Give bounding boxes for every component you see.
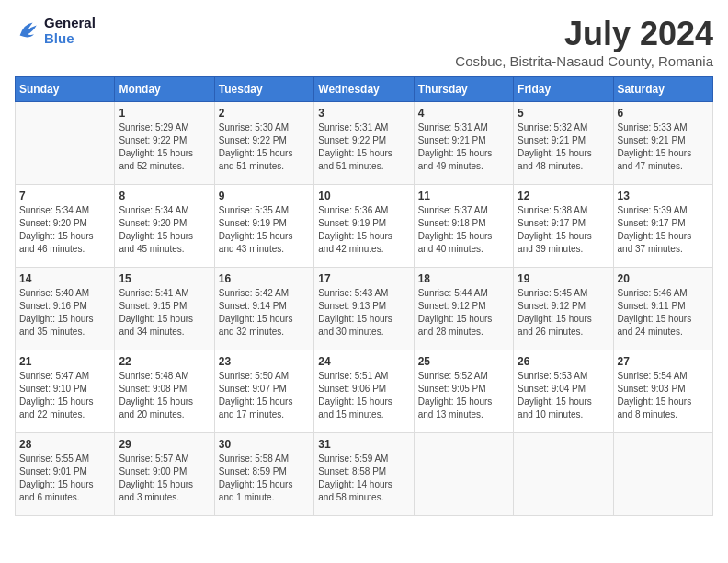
day-info: Sunrise: 5:36 AM Sunset: 9:19 PM Dayligh…	[318, 204, 409, 256]
day-number: 1	[119, 107, 210, 120]
calendar-cell: 19Sunrise: 5:45 AM Sunset: 9:12 PM Dayli…	[514, 268, 613, 350]
day-number: 24	[318, 355, 409, 368]
day-info: Sunrise: 5:53 AM Sunset: 9:04 PM Dayligh…	[518, 370, 609, 421]
header-thursday: Thursday	[414, 77, 513, 102]
day-number: 11	[418, 190, 509, 202]
calendar-cell: 27Sunrise: 5:54 AM Sunset: 9:03 PM Dayli…	[613, 350, 712, 433]
calendar-cell	[613, 433, 712, 516]
header-friday: Friday	[514, 77, 613, 102]
day-info: Sunrise: 5:50 AM Sunset: 9:07 PM Dayligh…	[219, 370, 310, 421]
calendar-cell: 16Sunrise: 5:42 AM Sunset: 9:14 PM Dayli…	[214, 268, 313, 350]
day-info: Sunrise: 5:39 AM Sunset: 9:17 PM Dayligh…	[618, 204, 709, 256]
calendar-cell: 28Sunrise: 5:55 AM Sunset: 9:01 PM Dayli…	[16, 433, 115, 516]
day-info: Sunrise: 5:44 AM Sunset: 9:12 PM Dayligh…	[418, 287, 509, 339]
day-number: 16	[219, 272, 310, 285]
day-info: Sunrise: 5:35 AM Sunset: 9:19 PM Dayligh…	[219, 204, 310, 256]
calendar-cell: 24Sunrise: 5:51 AM Sunset: 9:06 PM Dayli…	[314, 350, 414, 433]
calendar-cell: 14Sunrise: 5:40 AM Sunset: 9:16 PM Dayli…	[16, 268, 115, 350]
calendar-cell: 4Sunrise: 5:31 AM Sunset: 9:21 PM Daylig…	[414, 102, 513, 185]
calendar-week-2: 7Sunrise: 5:34 AM Sunset: 9:20 PM Daylig…	[16, 185, 713, 268]
header-sunday: Sunday	[16, 77, 115, 102]
day-info: Sunrise: 5:46 AM Sunset: 9:11 PM Dayligh…	[618, 287, 709, 339]
calendar-cell: 13Sunrise: 5:39 AM Sunset: 9:17 PM Dayli…	[613, 185, 712, 268]
calendar-cell	[16, 102, 115, 185]
day-number: 10	[318, 190, 409, 202]
header-monday: Monday	[115, 77, 214, 102]
calendar-cell: 6Sunrise: 5:33 AM Sunset: 9:21 PM Daylig…	[613, 102, 712, 185]
day-info: Sunrise: 5:48 AM Sunset: 9:08 PM Dayligh…	[119, 370, 210, 421]
day-number: 12	[518, 190, 609, 202]
calendar-cell: 8Sunrise: 5:34 AM Sunset: 9:20 PM Daylig…	[115, 185, 214, 268]
calendar-header-row: SundayMondayTuesdayWednesdayThursdayFrid…	[16, 77, 713, 102]
day-info: Sunrise: 5:34 AM Sunset: 9:20 PM Dayligh…	[19, 204, 110, 256]
calendar-cell: 29Sunrise: 5:57 AM Sunset: 9:00 PM Dayli…	[115, 433, 214, 516]
calendar-week-1: 1Sunrise: 5:29 AM Sunset: 9:22 PM Daylig…	[16, 102, 713, 185]
calendar-week-5: 28Sunrise: 5:55 AM Sunset: 9:01 PM Dayli…	[16, 433, 713, 516]
day-number: 6	[618, 107, 709, 120]
day-info: Sunrise: 5:54 AM Sunset: 9:03 PM Dayligh…	[618, 370, 709, 421]
day-number: 17	[318, 272, 409, 285]
calendar-cell: 10Sunrise: 5:36 AM Sunset: 9:19 PM Dayli…	[314, 185, 414, 268]
day-number: 21	[19, 355, 110, 368]
day-info: Sunrise: 5:33 AM Sunset: 9:21 PM Dayligh…	[618, 121, 709, 173]
day-info: Sunrise: 5:30 AM Sunset: 9:22 PM Dayligh…	[219, 121, 310, 173]
header-tuesday: Tuesday	[214, 77, 313, 102]
page-header: General Blue July 2024 Cosbuc, Bistrita-…	[15, 15, 713, 69]
calendar-cell: 20Sunrise: 5:46 AM Sunset: 9:11 PM Dayli…	[613, 268, 712, 350]
logo: General Blue	[15, 15, 96, 46]
calendar-cell: 17Sunrise: 5:43 AM Sunset: 9:13 PM Dayli…	[314, 268, 414, 350]
day-number: 2	[219, 107, 310, 120]
calendar-cell: 5Sunrise: 5:32 AM Sunset: 9:21 PM Daylig…	[514, 102, 613, 185]
header-wednesday: Wednesday	[314, 77, 414, 102]
day-info: Sunrise: 5:55 AM Sunset: 9:01 PM Dayligh…	[19, 453, 110, 504]
day-number: 25	[418, 355, 509, 368]
calendar-cell: 31Sunrise: 5:59 AM Sunset: 8:58 PM Dayli…	[314, 433, 414, 516]
day-info: Sunrise: 5:34 AM Sunset: 9:20 PM Dayligh…	[119, 204, 210, 256]
day-number: 8	[119, 190, 210, 202]
day-info: Sunrise: 5:31 AM Sunset: 9:22 PM Dayligh…	[318, 121, 409, 173]
day-info: Sunrise: 5:42 AM Sunset: 9:14 PM Dayligh…	[219, 287, 310, 339]
day-number: 5	[518, 107, 609, 120]
calendar-cell	[414, 433, 513, 516]
day-number: 9	[219, 190, 310, 202]
day-number: 20	[618, 272, 709, 285]
header-saturday: Saturday	[613, 77, 712, 102]
day-info: Sunrise: 5:40 AM Sunset: 9:16 PM Dayligh…	[19, 287, 110, 339]
calendar-cell: 12Sunrise: 5:38 AM Sunset: 9:17 PM Dayli…	[514, 185, 613, 268]
calendar-cell: 23Sunrise: 5:50 AM Sunset: 9:07 PM Dayli…	[214, 350, 313, 433]
calendar-cell: 7Sunrise: 5:34 AM Sunset: 9:20 PM Daylig…	[16, 185, 115, 268]
logo-text: General Blue	[44, 15, 96, 46]
day-number: 29	[119, 438, 210, 451]
day-number: 23	[219, 355, 310, 368]
day-info: Sunrise: 5:32 AM Sunset: 9:21 PM Dayligh…	[518, 121, 609, 173]
calendar-cell: 25Sunrise: 5:52 AM Sunset: 9:05 PM Dayli…	[414, 350, 513, 433]
day-info: Sunrise: 5:52 AM Sunset: 9:05 PM Dayligh…	[418, 370, 509, 421]
page-subtitle: Cosbuc, Bistrita-Nasaud County, Romania	[455, 53, 713, 69]
day-number: 22	[119, 355, 210, 368]
calendar-cell: 26Sunrise: 5:53 AM Sunset: 9:04 PM Dayli…	[514, 350, 613, 433]
calendar-cell: 3Sunrise: 5:31 AM Sunset: 9:22 PM Daylig…	[314, 102, 414, 185]
day-number: 30	[219, 438, 310, 451]
calendar-cell	[514, 433, 613, 516]
calendar-table: SundayMondayTuesdayWednesdayThursdayFrid…	[15, 76, 713, 516]
title-block: July 2024 Cosbuc, Bistrita-Nasaud County…	[455, 15, 713, 69]
day-number: 28	[19, 438, 110, 451]
calendar-week-4: 21Sunrise: 5:47 AM Sunset: 9:10 PM Dayli…	[16, 350, 713, 433]
calendar-cell: 15Sunrise: 5:41 AM Sunset: 9:15 PM Dayli…	[115, 268, 214, 350]
calendar-cell: 30Sunrise: 5:58 AM Sunset: 8:59 PM Dayli…	[214, 433, 313, 516]
day-info: Sunrise: 5:45 AM Sunset: 9:12 PM Dayligh…	[518, 287, 609, 339]
day-number: 27	[618, 355, 709, 368]
day-info: Sunrise: 5:31 AM Sunset: 9:21 PM Dayligh…	[418, 121, 509, 173]
calendar-cell: 2Sunrise: 5:30 AM Sunset: 9:22 PM Daylig…	[214, 102, 313, 185]
page-title: July 2024	[455, 15, 713, 53]
day-number: 26	[518, 355, 609, 368]
calendar-cell: 9Sunrise: 5:35 AM Sunset: 9:19 PM Daylig…	[214, 185, 313, 268]
day-info: Sunrise: 5:57 AM Sunset: 9:00 PM Dayligh…	[119, 453, 210, 504]
calendar-cell: 18Sunrise: 5:44 AM Sunset: 9:12 PM Dayli…	[414, 268, 513, 350]
calendar-week-3: 14Sunrise: 5:40 AM Sunset: 9:16 PM Dayli…	[16, 268, 713, 350]
day-number: 14	[19, 272, 110, 285]
day-info: Sunrise: 5:37 AM Sunset: 9:18 PM Dayligh…	[418, 204, 509, 256]
day-number: 19	[518, 272, 609, 285]
calendar-cell: 21Sunrise: 5:47 AM Sunset: 9:10 PM Dayli…	[16, 350, 115, 433]
day-info: Sunrise: 5:41 AM Sunset: 9:15 PM Dayligh…	[119, 287, 210, 339]
